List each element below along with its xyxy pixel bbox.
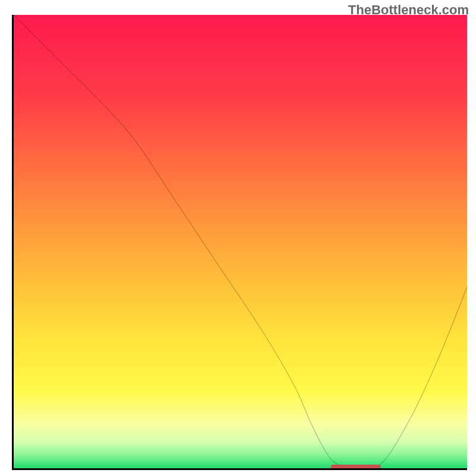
watermark-text: TheBottleneck.com	[348, 2, 469, 18]
plot-area	[12, 15, 467, 470]
optimal-range-marker	[331, 465, 381, 469]
chart-container: TheBottleneck.com	[0, 0, 476, 476]
bottleneck-curve	[14, 15, 467, 468]
